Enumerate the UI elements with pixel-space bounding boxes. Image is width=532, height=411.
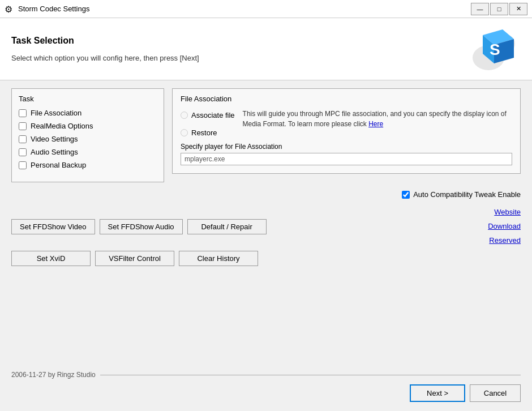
copyright-text: 2006-11-27 by Ringz Studio [11,371,96,379]
page-title: Task Selection [11,36,199,46]
reserved-link[interactable]: Reserved [489,235,521,247]
compat-checkbox[interactable] [402,191,410,199]
task-item-file-association: File Association [19,109,155,117]
task-item-backup: Personal Backup [19,161,155,169]
checkbox-realmedia[interactable] [19,122,27,130]
player-label: Specify player for File Association [181,143,512,151]
label-file-association: File Association [31,109,81,117]
app-logo: S [470,27,521,72]
header-text: Task Selection Select which option you w… [11,36,199,62]
radio-restore: Restore [181,129,235,137]
main-window: Task Selection Select which option you w… [0,18,532,411]
window-controls: — □ ✕ [471,3,527,15]
maximize-button[interactable]: □ [490,3,508,15]
buttons-row-1: Set FFDShow Video Set FFDShow Audio Defa… [11,207,521,246]
file-assoc-panel: File Association Associate file Restore [172,88,521,174]
file-assoc-title: File Association [181,95,512,103]
task-panel-title: Task [19,95,155,103]
compat-label: Auto Compatibility Tweak Enable [413,190,521,199]
header-section: Task Selection Select which option you w… [0,18,532,80]
file-assoc-inner: Associate file Restore This will guide y… [181,109,512,137]
bottom-buttons: Next > Cancel [11,384,521,411]
set-xvid-button[interactable]: Set XviD [11,251,91,266]
label-associate: Associate file [191,111,235,119]
checkbox-audio[interactable] [19,148,27,156]
compat-row: Auto Compatibility Tweak Enable [11,190,521,199]
title-bar: ⚙ Storm Codec Settings — □ ✕ [0,0,532,18]
checkbox-video[interactable] [19,135,27,143]
radio-associate: Associate file [181,111,235,119]
vsfilter-button[interactable]: VSFilter Control [95,251,174,266]
player-row: Specify player for File Association [181,143,512,165]
radio-restore-input[interactable] [181,129,188,136]
label-audio: Audio Settings [31,148,78,156]
website-link[interactable]: Website [494,207,521,219]
desc-col: This will guide you through MPC file ass… [243,109,512,137]
copyright-divider: 2006-11-27 by Ringz Studio [11,371,521,379]
window-title: Storm Codec Settings [18,5,471,13]
app-icon: ⚙ [5,4,15,14]
player-input[interactable] [181,153,512,165]
minimize-button[interactable]: — [471,3,489,15]
task-item-realmedia: RealMedia Options [19,122,155,130]
task-item-audio: Audio Settings [19,148,155,156]
default-repair-button[interactable]: Default / Repair [187,219,267,234]
set-ffdshow-video-button[interactable]: Set FFDShow Video [11,219,95,234]
label-restore: Restore [191,129,217,137]
label-video: Video Settings [31,135,78,143]
panels-row: Task File Association RealMedia Options … [11,88,521,182]
checkbox-file-association[interactable] [19,109,27,117]
cancel-button[interactable]: Cancel [470,384,521,402]
svg-text:S: S [490,41,500,58]
radio-associate-input[interactable] [181,112,188,119]
page-subtitle: Select which option you will config here… [11,54,199,62]
checkbox-backup[interactable] [19,161,27,169]
buttons-row-2: Set XviD VSFilter Control Clear History [11,251,521,266]
task-item-video: Video Settings [19,135,155,143]
footer-section: 2006-11-27 by Ringz Studio Next > Cancel [0,367,532,411]
set-ffdshow-audio-button[interactable]: Set FFDShow Audio [100,219,183,234]
task-panel: Task File Association RealMedia Options … [11,88,164,182]
here-link[interactable]: Here [368,120,383,128]
link-group: Website Download Reserved [488,207,521,246]
clear-history-button[interactable]: Clear History [179,251,258,266]
label-realmedia: RealMedia Options [31,122,93,130]
radio-col: Associate file Restore [181,109,235,137]
close-button[interactable]: ✕ [509,3,527,15]
content-area: Task File Association RealMedia Options … [0,80,532,367]
next-button[interactable]: Next > [410,384,465,402]
label-backup: Personal Backup [31,161,86,169]
download-link[interactable]: Download [488,221,521,233]
